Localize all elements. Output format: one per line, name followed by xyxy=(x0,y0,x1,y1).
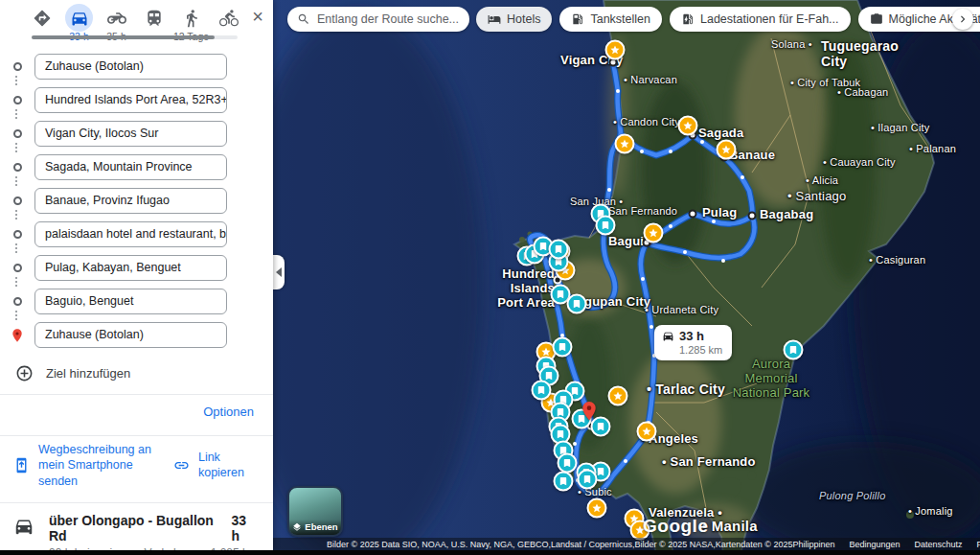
search-icon xyxy=(297,12,310,26)
footer-link-feedback-zu-produkt-en-geben[interactable]: Feedback zu Produkt(en) geben xyxy=(977,540,980,549)
waypoint-input[interactable]: Baguio, Benguet xyxy=(34,289,227,314)
chip-tankstellen[interactable]: Tankstellen xyxy=(559,7,662,32)
waypoint-input[interactable]: Sagada, Mountain Province xyxy=(34,154,227,180)
saved-place-marker[interactable] xyxy=(567,294,587,314)
car-icon xyxy=(13,516,34,555)
add-destination-label: Ziel hinzufügen xyxy=(46,366,130,381)
transit-icon xyxy=(145,9,164,28)
route-summary[interactable]: über Olongapo - Bugallon Rd 33 h 33 h be… xyxy=(0,503,273,555)
filter-chips: HotelsTankstellenLadestationen für E-Fah… xyxy=(476,7,980,32)
waypoint-connector-dots xyxy=(15,176,17,186)
star-icon xyxy=(620,139,630,150)
bookmark-icon xyxy=(572,299,582,310)
chevron-right-icon xyxy=(956,12,969,26)
close-directions-button[interactable]: × xyxy=(252,7,263,26)
bookmark-icon xyxy=(562,458,573,469)
saved-place-marker[interactable] xyxy=(554,472,574,492)
waypoint-input[interactable]: Vigan City, Ilocos Sur xyxy=(34,121,227,147)
waypoint-circle-icon xyxy=(13,264,22,272)
map-canvas[interactable]: BaggaoSolana •Tuguegarao CityVigan City•… xyxy=(273,0,980,555)
bookmark-icon xyxy=(596,422,606,432)
starred-place-marker[interactable] xyxy=(608,386,628,406)
saved-place-marker[interactable] xyxy=(532,381,552,401)
send-to-phone-label: Wegbeschreibung an mein Smartphone sende… xyxy=(38,442,173,489)
send-to-phone-button[interactable]: Wegbeschreibung an mein Smartphone sende… xyxy=(13,442,173,489)
bookmark-icon xyxy=(556,289,566,300)
chips-scroll-right-button[interactable] xyxy=(952,9,973,30)
waypoint-input[interactable]: Zuhause (Botolan) xyxy=(34,54,227,80)
saved-place-marker[interactable] xyxy=(784,340,804,360)
bookmark-icon xyxy=(601,220,611,231)
footer-link-philippinen[interactable]: Philippinen xyxy=(792,540,834,549)
waypoint-row: Zuhause (Botolan) xyxy=(0,318,273,352)
star-icon xyxy=(613,391,624,402)
saved-place-marker[interactable] xyxy=(553,337,573,358)
destination-pin-icon xyxy=(10,328,25,343)
waypoint-connector-dots xyxy=(15,76,17,85)
layers-icon xyxy=(292,522,302,532)
waypoint-input[interactable]: Pulag, Kabayan, Benguet xyxy=(34,255,227,281)
car-icon xyxy=(662,330,674,342)
starred-place-marker[interactable] xyxy=(678,116,698,136)
drive-icon xyxy=(70,9,89,28)
waypoint-row: Banaue, Provinz Ifugao xyxy=(0,184,273,218)
saved-place-marker[interactable] xyxy=(549,240,569,260)
waypoint-row: Vigan City, Ilocos Sur xyxy=(0,117,273,150)
bookmark-icon xyxy=(538,242,549,252)
walk-icon xyxy=(182,9,201,28)
waypoint-list: Zuhause (Botolan) Hundred Islands Port A… xyxy=(0,50,273,352)
saved-place-marker[interactable] xyxy=(596,216,616,236)
route-summary-main: über Olongapo - Bugallon Rd 33 h 33 h be… xyxy=(49,513,258,555)
best-route-icon xyxy=(33,9,52,28)
starred-place-marker[interactable] xyxy=(644,223,664,243)
star-icon xyxy=(649,228,659,239)
mode-progress-bar xyxy=(32,35,238,39)
bike-icon xyxy=(219,9,239,28)
starred-place-marker[interactable] xyxy=(637,422,657,442)
map-attribution: Bilder © 2025 Data SIO, NOAA, U.S. Navy,… xyxy=(327,540,792,549)
destination-marker[interactable] xyxy=(579,400,601,422)
search-input[interactable] xyxy=(317,12,460,26)
waypoint-input[interactable]: Zuhause (Botolan) xyxy=(34,322,227,348)
waypoint-input[interactable]: Hundred Islands Port Area, 52R3+MV8, A xyxy=(34,87,227,113)
chip-ladestationen-f-r-e-fah[interactable]: Ladestationen für E-Fah... xyxy=(670,7,851,32)
waypoint-input[interactable]: palaisdaan hotel and restaurant, bagaba xyxy=(34,221,227,247)
star-icon xyxy=(683,121,694,131)
options-link[interactable]: Optionen xyxy=(203,405,254,419)
waypoint-circle-icon xyxy=(13,297,22,306)
starred-place-marker[interactable] xyxy=(587,498,607,519)
waypoint-row: Hundred Islands Port Area, 52R3+MV8, A xyxy=(0,83,273,117)
map-topbar: HotelsTankstellenLadestationen für E-Fah… xyxy=(273,0,980,38)
waypoint-circle-icon xyxy=(13,197,22,205)
chip-hotels[interactable]: Hotels xyxy=(476,7,552,32)
collapse-panel-button[interactable] xyxy=(273,255,285,289)
waypoint-row: Zuhause (Botolan) xyxy=(0,50,273,83)
chevron-left-icon xyxy=(276,267,282,277)
city-stop-marker[interactable] xyxy=(689,210,697,219)
saved-place-marker[interactable] xyxy=(558,453,578,474)
starred-place-marker[interactable] xyxy=(605,40,626,60)
bookmark-icon xyxy=(556,429,566,440)
waypoint-circle-icon xyxy=(13,62,22,71)
hotel-icon xyxy=(488,12,501,26)
fuel-icon xyxy=(571,12,584,26)
footer-link-bedingungen[interactable]: Bedingungen xyxy=(850,540,900,549)
satellite-basemap xyxy=(273,0,980,555)
route-info-bubble[interactable]: 33 h 1.285 km xyxy=(654,325,732,360)
copy-link-button[interactable]: Link kopieren xyxy=(173,450,260,481)
waypoint-input[interactable]: Banaue, Provinz Ifugao xyxy=(34,188,227,214)
footer-link-datenschutz[interactable]: Datenschutz xyxy=(915,540,963,549)
layers-button[interactable]: Ebenen xyxy=(287,486,343,537)
city-stop-marker[interactable] xyxy=(748,212,757,220)
starred-place-marker[interactable] xyxy=(615,134,635,154)
bookmark-icon xyxy=(788,345,799,356)
saved-place-marker[interactable] xyxy=(578,470,598,490)
waypoint-connector-dots xyxy=(15,311,17,320)
starred-place-marker[interactable] xyxy=(717,140,737,160)
search-along-route-input[interactable] xyxy=(287,7,469,32)
add-destination-button[interactable]: Ziel hinzufügen xyxy=(15,359,273,386)
footer-links: PhilippinenBedingungenDatenschutzFeedbac… xyxy=(792,540,980,549)
bookmark-icon xyxy=(554,244,564,255)
map-footer: Bilder © 2025 Data SIO, NOAA, U.S. Navy,… xyxy=(273,538,980,550)
star-icon xyxy=(721,145,732,155)
